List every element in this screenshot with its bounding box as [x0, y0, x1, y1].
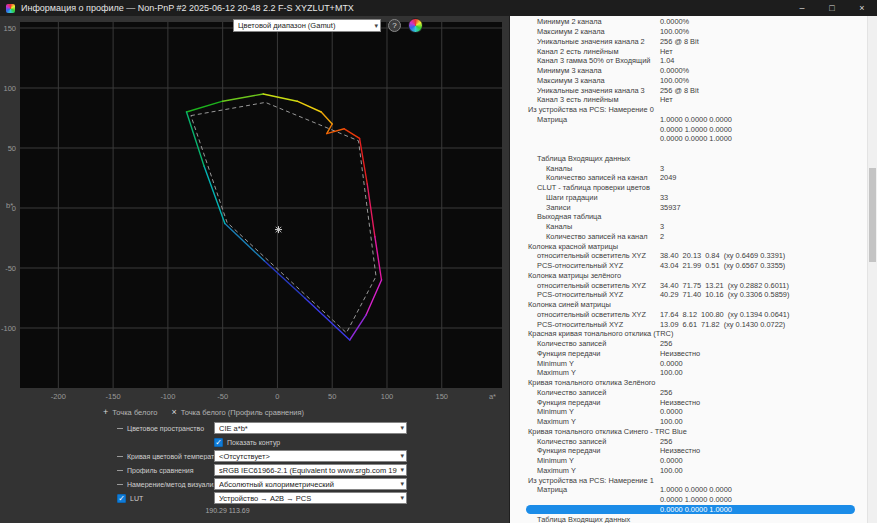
property-row[interactable]: Функция передачиНеизвестно	[510, 446, 867, 456]
comparison-whitepoint-legend-label: Точка белого (Профиль сравнения)	[181, 408, 304, 417]
plot-type-select[interactable]: Цветовой диапазон (Gamut) ▾	[233, 19, 381, 32]
property-name: Кривая тонального отклика Зелёного	[528, 378, 655, 387]
property-row[interactable]: Maximum Y100.00	[510, 466, 867, 476]
scrollbar[interactable]	[867, 16, 877, 523]
section-row[interactable]: Колонка красной матрицы	[510, 241, 867, 251]
section-row[interactable]: Кривая тонального отклика Синего - TRC B…	[510, 427, 867, 437]
app-icon	[6, 4, 15, 13]
property-name: Кривая тонального отклика Синего - TRC B…	[528, 427, 687, 436]
section-row[interactable]: Из устройства на PCS: Намерение 1	[510, 475, 867, 485]
gamut-panel: -200-150-100-50050100150150100500-50-100…	[0, 16, 510, 523]
property-row[interactable]: Уникальные значения канала 2256 @ 8 Bit	[510, 37, 867, 47]
property-name: Из устройства на PCS: Намерение 0	[528, 105, 654, 114]
property-row[interactable]	[510, 144, 867, 154]
property-row[interactable]: Minimum Y0.0000	[510, 407, 867, 417]
property-name: Матрица	[537, 485, 567, 494]
comparison-profile-select[interactable]: sRGB IEC61966-2.1 (Equivalent to www.srg…	[214, 464, 407, 476]
label-dash	[117, 428, 123, 429]
property-row[interactable]: Матрица1.0000 0.0000 0.0000	[510, 485, 867, 495]
maximize-button[interactable]: □	[817, 0, 847, 16]
property-name: Количество записей	[537, 437, 606, 446]
property-value: 43.04 21.99 0.51 (xy 0.6567 0.3355)	[660, 261, 785, 270]
property-row[interactable]: Уникальные значения канала 3256 @ 8 Bit	[510, 85, 867, 95]
property-row[interactable]: Функция передачиНеизвестно	[510, 349, 867, 359]
svg-text:-150: -150	[106, 392, 121, 401]
section-row[interactable]: Из устройства на PCS: Намерение 0	[510, 105, 867, 115]
property-name: PCS-относительный XYZ	[537, 261, 623, 270]
property-row[interactable]: 0.0000 0.0000 1.0000	[510, 134, 867, 144]
property-row[interactable]: PCS-относительный XYZ13.09 6.61 71.82 (x…	[510, 319, 867, 329]
property-name: Записи	[546, 203, 571, 212]
property-row[interactable]: Количество записей256	[510, 388, 867, 398]
help-icon[interactable]: ?	[388, 19, 401, 32]
ct-curve-label-cell: Кривая цветовой температуры	[117, 453, 214, 460]
section-row[interactable]: Выходная таблица	[510, 212, 867, 222]
svg-text:100: 100	[3, 84, 16, 93]
property-row[interactable]: Минимум 3 канала0.0000%	[510, 66, 867, 76]
property-name: Канал 2 есть линейным	[537, 47, 618, 56]
plot-options-form: Цветовое пространство CIE a*b* ▾ ✓ Показ…	[0, 421, 510, 505]
section-row[interactable]: Колонка синей матрицы	[510, 300, 867, 310]
property-row[interactable]: Матрица1.0000 0.0000 0.0000	[510, 115, 867, 125]
property-row[interactable]: 0.0000 0.0000 1.0000	[510, 505, 867, 515]
ct-curve-select[interactable]: <Отсутствует> ▾	[214, 450, 407, 462]
ct-curve-label: Кривая цветовой температуры	[127, 453, 214, 460]
property-row[interactable]: относительный осветитель XYZ38.40 20.13 …	[510, 251, 867, 261]
property-row[interactable]: Minimum Y0.0000	[510, 358, 867, 368]
property-row[interactable]: Каналы3	[510, 163, 867, 173]
section-row[interactable]: Колонка матрицы зелёного	[510, 271, 867, 281]
property-row[interactable]: Канал 2 есть линейнымНет	[510, 46, 867, 56]
colorspace-select[interactable]: CIE a*b* ▾	[214, 422, 407, 434]
lut-direction-select[interactable]: Устройство → A2B → PCS ▾	[214, 492, 407, 504]
property-row[interactable]: относительный осветитель XYZ17.64 8.12 1…	[510, 310, 867, 320]
svg-text:150: 150	[435, 392, 448, 401]
property-name: Minimum Y	[537, 359, 574, 368]
property-row[interactable]: Канал 3 гамма 50% от Входящий1.04	[510, 56, 867, 66]
svg-text:150: 150	[3, 24, 16, 33]
show-outline-checkbox[interactable]: ✓	[214, 438, 223, 447]
scrollbar-thumb[interactable]	[869, 168, 876, 262]
section-row[interactable]: Кривая тонального отклика Зелёного	[510, 378, 867, 388]
property-row[interactable]: PCS-относительный XYZ40.29 71.40 10.16 (…	[510, 290, 867, 300]
property-row[interactable]: Количество записей256	[510, 339, 867, 349]
property-row[interactable]: Шаги градации33	[510, 193, 867, 203]
property-row[interactable]: Количество записей256	[510, 436, 867, 446]
property-row[interactable]: Минимум 2 канала0.0000%	[510, 17, 867, 27]
property-name: Maximum Y	[537, 368, 576, 377]
section-row[interactable]: Таблица Входящих данных	[510, 154, 867, 164]
property-row[interactable]: 0.0000 1.0000 0.0000	[510, 124, 867, 134]
titlebar[interactable]: Информация о профиле — Non-PnP #2 2025-0…	[0, 0, 877, 16]
property-name: Канал 3 гамма 50% от Входящий	[537, 56, 650, 65]
rendering-intent-select[interactable]: Абсолютный колориметрический ▾	[214, 478, 407, 490]
property-value: 0.0000 0.0000 1.0000	[660, 134, 732, 143]
property-name: Количество записей	[537, 388, 606, 397]
whitepoint-legend-label: Точка белого	[112, 408, 157, 417]
property-name: Уникальные значения канала 3	[537, 86, 645, 95]
svg-text:50: 50	[8, 144, 16, 153]
property-row[interactable]: Максимум 2 канала100.00%	[510, 27, 867, 37]
lut-checkbox[interactable]: ✓	[117, 494, 126, 503]
section-row[interactable]: CLUT - таблица проверки цветов	[510, 183, 867, 193]
section-row[interactable]: Таблица Входящих данных	[510, 514, 867, 523]
property-row[interactable]: Каналы3	[510, 222, 867, 232]
property-name: Количество записей	[537, 339, 606, 348]
property-row[interactable]: Функция передачиНеизвестно	[510, 397, 867, 407]
property-row[interactable]: Записи35937	[510, 202, 867, 212]
minimize-button[interactable]: –	[787, 0, 817, 16]
property-row[interactable]: Количество записей на канал2049	[510, 173, 867, 183]
property-row[interactable]: 0.0000 1.0000 0.0000	[510, 495, 867, 505]
property-row[interactable]: Maximum Y100.00	[510, 368, 867, 378]
property-row[interactable]: относительный осветитель XYZ34.40 71.75 …	[510, 280, 867, 290]
property-row[interactable]: PCS-относительный XYZ43.04 21.99 0.51 (x…	[510, 261, 867, 271]
svg-text:-50: -50	[217, 392, 228, 401]
property-row[interactable]: Minimum Y0.0000	[510, 456, 867, 466]
window-controls: – □ ×	[787, 0, 877, 16]
property-row[interactable]: Количество записей на канал2	[510, 232, 867, 242]
property-row[interactable]: Канал 3 есть линейнымНет	[510, 95, 867, 105]
profile-icon[interactable]	[408, 18, 423, 33]
section-row[interactable]: Красная кривая тонального отклика (TRC)	[510, 329, 867, 339]
property-name: относительный осветитель XYZ	[537, 251, 646, 260]
property-row[interactable]: Maximum Y100.00	[510, 417, 867, 427]
property-row[interactable]: Максимум 3 канала100.00%	[510, 76, 867, 86]
close-button[interactable]: ×	[847, 0, 877, 16]
